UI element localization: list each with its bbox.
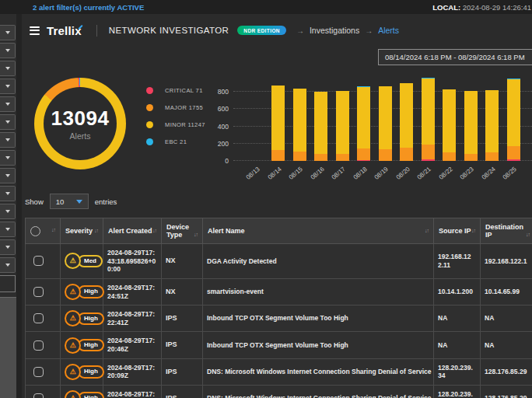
stacked-bar-08/24[interactable] (485, 90, 499, 161)
breadcrumb-alerts[interactable]: Alerts (378, 26, 399, 35)
legend-item-major[interactable]: MAJOR 1755 (146, 104, 205, 111)
sidebar-filter-dropdown[interactable] (0, 204, 16, 219)
bar-segment-minor (314, 92, 327, 154)
source-ip-cell: 10.14.1.200 (434, 278, 481, 305)
bar-segment-minor (293, 89, 306, 152)
sort-icon[interactable]: ↓↑ (526, 232, 530, 237)
sidebar-filter-dropdown[interactable] (0, 239, 16, 255)
sidebar-filter-dropdown[interactable] (0, 222, 16, 237)
breadcrumb-investigations[interactable]: Investigations (310, 26, 359, 35)
table-row[interactable]: ⚠High2024-08-29T17:22:41ZIPSInbound TCP … (26, 305, 532, 332)
sort-icon[interactable]: ↓↑ (152, 228, 156, 233)
severity-label: High (78, 339, 104, 352)
stacked-bar-08/15[interactable] (293, 89, 306, 161)
bar-segment-minor (443, 89, 456, 153)
alerts-donut-chart[interactable]: 13094 Alerts (34, 78, 126, 169)
source-ip-cell: 128.20.239.34 (434, 358, 481, 385)
stacked-bar-08/19[interactable] (379, 86, 392, 161)
stacked-bar-08/21[interactable] (422, 78, 435, 161)
sidebar-filter-dropdown[interactable] (0, 61, 16, 76)
row-checkbox[interactable] (33, 256, 44, 266)
stacked-bar-08/23[interactable] (464, 91, 478, 161)
stacked-bar-08/18[interactable] (357, 86, 370, 161)
bar-segment-major (271, 150, 285, 162)
sidebar-filter-dropdown[interactable] (0, 168, 16, 183)
column-header-source-ip[interactable]: Source IP↓↑ (434, 218, 481, 244)
sidebar-filter-dropdown[interactable] (0, 150, 16, 166)
legend-dot-icon (146, 121, 153, 128)
row-checkbox[interactable] (33, 393, 44, 398)
trellix-logo[interactable]: Trellix (47, 24, 82, 37)
stacked-bar-08/14[interactable] (271, 86, 285, 161)
sidebar-filter-dropdown[interactable] (0, 25, 16, 40)
chevron-down-icon (5, 138, 10, 141)
table-row[interactable]: ⚠Med2024-08-29T17:43:18.695826+00:00NXDG… (26, 244, 532, 279)
severity-label: Med (78, 255, 103, 268)
stacked-bar-08/17[interactable] (336, 91, 349, 161)
legend-item-ebc[interactable]: EBC 21 (146, 138, 205, 145)
legend-item-critical[interactable]: CRITICAL 71 (146, 87, 205, 94)
sidebar-filter-dropdown[interactable] (0, 257, 16, 273)
breadcrumb-arrow-icon: → (296, 26, 304, 35)
stacked-bar-08/22[interactable] (443, 89, 456, 161)
sort-icon[interactable]: ↓↑ (471, 228, 475, 233)
destination-ip-cell: 10.14.65.99 (481, 278, 532, 305)
sidebar-filter-dropdown[interactable] (0, 186, 16, 201)
page-size-select[interactable]: 10 (50, 194, 89, 209)
chevron-down-icon (5, 49, 10, 52)
device-type-cell: IPS (162, 358, 203, 385)
sidebar-filter-dropdown[interactable] (0, 96, 16, 112)
stacked-bar-08/16[interactable] (314, 92, 327, 161)
bar-segment-major (400, 148, 413, 161)
column-header-destination-ip[interactable]: Destination IP↓↑ (481, 218, 532, 244)
column-header-alert-created[interactable]: Alert Created↓↑ (103, 218, 162, 244)
severity-label: High (78, 285, 104, 298)
sidebar-empty-filter-box[interactable] (0, 275, 16, 292)
main-panel: Trellix NETWORK INVESTIGATOR NDR EDITION… (16, 14, 532, 398)
sidebar-filter-dropdown[interactable] (0, 114, 16, 130)
row-checkbox[interactable] (33, 367, 44, 377)
column-header-select[interactable]: ↓↑ (26, 218, 61, 244)
legend-item-minor[interactable]: MINOR 11247 (146, 121, 205, 128)
alert-created-cell: 2024-08-29T17:43:18.695826+00:00 (103, 244, 162, 279)
table-row[interactable]: ⚠High2024-08-29T17:24:51ZNXsmartvision-e… (26, 278, 532, 305)
row-checkbox[interactable] (33, 313, 44, 323)
select-all-checkbox[interactable] (30, 226, 40, 236)
active-filters-notice[interactable]: 2 alert filter(s) currently ACTIVE (33, 3, 144, 12)
severity-badge: ⚠High (65, 364, 99, 380)
warning-icon: ⚠ (69, 257, 75, 264)
alert-name-cell: DGA Activity Detected (203, 244, 434, 279)
row-checkbox[interactable] (33, 287, 44, 297)
app-header: Trellix NETWORK INVESTIGATOR NDR EDITION… (30, 22, 532, 39)
chevron-down-icon (76, 200, 82, 204)
chevron-down-icon (5, 210, 10, 213)
sidebar-filter-dropdown[interactable] (0, 43, 16, 58)
chevron-down-icon (5, 192, 10, 195)
date-range-input[interactable]: 08/14/2024 6:18 PM - 08/29/2024 6:18 PM (378, 49, 532, 65)
table-row[interactable]: ⚠High2024-08-29T17:15:46ZIPSDNS: Microso… (26, 385, 532, 398)
sidebar-filter-dropdown[interactable] (0, 132, 16, 148)
table-row[interactable]: ⚠High2024-08-29T17:20:09ZIPSDNS: Microso… (26, 358, 532, 385)
sort-icon[interactable]: ↓↑ (51, 227, 55, 232)
sort-icon[interactable]: ↓↑ (94, 228, 98, 233)
stacked-bar-08/25[interactable] (507, 79, 520, 161)
chevron-down-icon (5, 228, 10, 231)
column-header-label: Source IP (439, 227, 471, 235)
row-checkbox[interactable] (33, 340, 44, 351)
table-row[interactable]: ⚠High2024-08-29T17:20:46ZIPSInbound TCP … (26, 332, 532, 358)
hamburger-menu-icon[interactable] (30, 26, 40, 35)
chevron-down-icon (5, 31, 10, 34)
local-clock: LOCAL: 2024-08-29 14:26:41 (432, 3, 531, 12)
column-header-alert-name[interactable]: Alert Name↓↑ (203, 218, 434, 244)
column-header-severity[interactable]: Severity↓↑ (61, 218, 103, 244)
column-header-device-type[interactable]: Device Type↓↑ (162, 218, 203, 244)
sort-icon[interactable]: ↓↑ (425, 228, 429, 233)
stacked-bar-08/20[interactable] (400, 83, 413, 161)
column-header-label: Alert Name (208, 227, 245, 235)
sidebar-filter-dropdown[interactable] (0, 79, 16, 94)
bar-segment-minor (507, 79, 520, 145)
top-status-bar: 2 alert filter(s) currently ACTIVE LOCAL… (0, 0, 532, 14)
sort-icon[interactable]: ↓↑ (194, 232, 198, 237)
legend-dot-icon (146, 87, 153, 94)
bar-segment-major (485, 152, 499, 161)
